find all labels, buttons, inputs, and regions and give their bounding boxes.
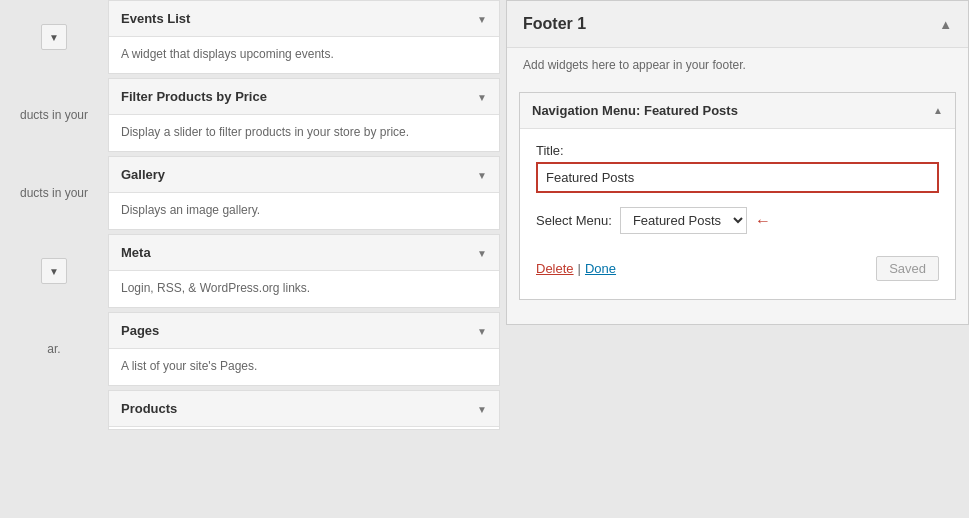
footer-title: Footer 1 <box>523 15 586 33</box>
arrow-left-indicator-icon: ← <box>755 212 771 230</box>
title-input[interactable] <box>536 162 939 193</box>
filter-products-title: Filter Products by Price <box>121 89 267 104</box>
select-menu-field-row: Select Menu: Featured Posts ← <box>536 207 939 234</box>
delete-button[interactable]: Delete <box>536 261 574 276</box>
filter-products-partial-text: ducts in your <box>14 104 94 126</box>
nav-menu-widget: Navigation Menu: Featured Posts ▲ Title:… <box>519 92 956 300</box>
widget-gallery: ducts in your Gallery Displays an image … <box>0 156 500 230</box>
gallery-header[interactable]: Gallery <box>109 157 499 193</box>
widget-actions-row: Delete | Done Saved <box>536 248 939 285</box>
filter-products-description: Display a slider to filter products in y… <box>109 115 499 151</box>
pages-title: Pages <box>121 323 159 338</box>
pages-header[interactable]: Pages <box>109 313 499 349</box>
gallery-title: Gallery <box>121 167 165 182</box>
left-panel: ▼ Events List A widget that displays upc… <box>0 0 500 518</box>
gallery-widget: Gallery Displays an image gallery. <box>108 156 500 230</box>
saved-button: Saved <box>876 256 939 281</box>
events-list-title: Events List <box>121 11 190 26</box>
meta-widget: Meta Login, RSS, & WordPress.org links. <box>108 234 500 308</box>
filter-products-left-stub: ducts in your <box>0 78 108 152</box>
events-list-toggle-area: ▼ <box>0 0 108 74</box>
nav-menu-widget-header[interactable]: Navigation Menu: Featured Posts ▲ <box>520 93 955 129</box>
footer-collapse-icon[interactable]: ▲ <box>939 17 952 32</box>
menu-select-dropdown[interactable]: Featured Posts <box>620 207 747 234</box>
pages-widget: Pages A list of your site's Pages. <box>108 312 500 386</box>
products-title: Products <box>121 401 177 416</box>
select-menu-label: Select Menu: <box>536 213 612 228</box>
nav-menu-widget-arrow-icon: ▲ <box>933 105 943 116</box>
events-list-description: A widget that displays upcoming events. <box>109 37 499 73</box>
select-menu-row: Select Menu: Featured Posts ← <box>536 207 939 234</box>
footer-bottom-spacer <box>507 308 968 324</box>
products-arrow-icon <box>477 403 487 415</box>
nav-menu-widget-title: Navigation Menu: Featured Posts <box>532 103 738 118</box>
pages-left-stub: ar. <box>0 312 108 386</box>
widget-pages: ar. Pages A list of your site's Pages. <box>0 312 500 386</box>
pages-arrow-icon <box>477 325 487 337</box>
filter-products-header[interactable]: Filter Products by Price <box>109 79 499 115</box>
title-field-row: Title: <box>536 143 939 193</box>
right-panel: Footer 1 ▲ Add widgets here to appear in… <box>500 0 969 518</box>
widget-events-list: ▼ Events List A widget that displays upc… <box>0 0 500 74</box>
meta-description: Login, RSS, & WordPress.org links. <box>109 271 499 307</box>
footer-section: Footer 1 ▲ Add widgets here to appear in… <box>506 0 969 325</box>
filter-products-arrow-icon <box>477 91 487 103</box>
action-links: Delete | Done <box>536 261 616 276</box>
gallery-partial-text: ducts in your <box>14 182 94 204</box>
meta-toggle-button[interactable]: ▼ <box>41 258 67 284</box>
filter-products-widget: Filter Products by Price Display a slide… <box>108 78 500 152</box>
widget-products: Products <box>0 390 500 430</box>
events-list-header[interactable]: Events List <box>109 1 499 37</box>
widget-meta: ▼ Meta Login, RSS, & WordPress.org links… <box>0 234 500 308</box>
meta-arrow-icon <box>477 247 487 259</box>
gallery-arrow-icon <box>477 169 487 181</box>
footer-header: Footer 1 ▲ <box>507 1 968 48</box>
products-widget: Products <box>108 390 500 430</box>
meta-toggle-area: ▼ <box>0 234 108 308</box>
events-list-toggle-button[interactable]: ▼ <box>41 24 67 50</box>
chevron-down-icon: ▼ <box>49 32 59 43</box>
title-field-label: Title: <box>536 143 939 158</box>
events-list-widget: Events List A widget that displays upcom… <box>108 0 500 74</box>
done-button[interactable]: Done <box>585 261 616 276</box>
pages-partial-text: ar. <box>41 338 66 360</box>
pages-description: A list of your site's Pages. <box>109 349 499 385</box>
widget-filter-products: ducts in your Filter Products by Price D… <box>0 78 500 152</box>
products-header[interactable]: Products <box>109 391 499 427</box>
products-left-stub <box>0 390 108 430</box>
events-list-arrow-icon <box>477 13 487 25</box>
gallery-left-stub: ducts in your <box>0 156 108 230</box>
action-separator: | <box>578 261 581 276</box>
gallery-description: Displays an image gallery. <box>109 193 499 229</box>
footer-description: Add widgets here to appear in your foote… <box>507 48 968 84</box>
nav-menu-widget-body: Title: Select Menu: Featured Posts ← <box>520 129 955 299</box>
chevron-down-icon: ▼ <box>49 266 59 277</box>
meta-header[interactable]: Meta <box>109 235 499 271</box>
meta-title: Meta <box>121 245 151 260</box>
